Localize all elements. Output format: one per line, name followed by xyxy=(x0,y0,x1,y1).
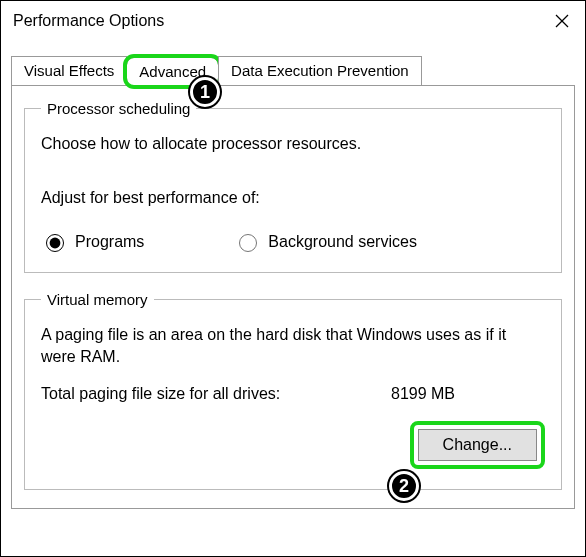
virtual-memory-total-label: Total paging file size for all drives: xyxy=(41,385,391,403)
titlebar: Performance Options xyxy=(1,1,585,41)
processor-desc: Choose how to allocate processor resourc… xyxy=(41,135,545,153)
processor-scheduling-group: Processor scheduling Choose how to alloc… xyxy=(24,100,562,273)
tab-visual-effects[interactable]: Visual Effects xyxy=(11,56,127,85)
tab-panel-advanced: Processor scheduling Choose how to alloc… xyxy=(11,85,575,509)
radio-programs-label: Programs xyxy=(75,233,144,251)
tab-strip: Visual Effects Advanced Data Execution P… xyxy=(1,51,585,85)
processor-scheduling-legend: Processor scheduling xyxy=(41,100,196,117)
annotation-callout-2: 2 xyxy=(389,471,419,501)
virtual-memory-desc: A paging file is an area on the hard dis… xyxy=(41,324,545,367)
radio-programs[interactable]: Programs xyxy=(41,231,144,252)
virtual-memory-total-value: 8199 MB xyxy=(391,385,455,403)
radio-background-input[interactable] xyxy=(239,234,257,252)
radio-programs-input[interactable] xyxy=(46,234,64,252)
radio-background[interactable]: Background services xyxy=(234,231,417,252)
virtual-memory-group: Virtual memory A paging file is an area … xyxy=(24,291,562,490)
virtual-memory-total-row: Total paging file size for all drives: 8… xyxy=(41,385,545,403)
virtual-memory-button-row: Change... xyxy=(41,421,545,469)
performance-options-window: Performance Options Visual Effects Advan… xyxy=(0,0,586,557)
close-icon xyxy=(555,14,569,28)
change-button-highlight: Change... xyxy=(410,421,545,469)
close-button[interactable] xyxy=(539,1,585,41)
tab-dep[interactable]: Data Execution Prevention xyxy=(218,56,422,85)
processor-radio-row: Programs Background services xyxy=(41,231,545,252)
processor-sub: Adjust for best performance of: xyxy=(41,189,545,207)
window-title: Performance Options xyxy=(13,12,164,30)
tab-panel-wrap: Processor scheduling Choose how to alloc… xyxy=(1,85,585,519)
change-button[interactable]: Change... xyxy=(418,429,537,461)
radio-background-label: Background services xyxy=(268,233,417,251)
virtual-memory-legend: Virtual memory xyxy=(41,291,154,308)
annotation-callout-1: 1 xyxy=(190,77,220,107)
